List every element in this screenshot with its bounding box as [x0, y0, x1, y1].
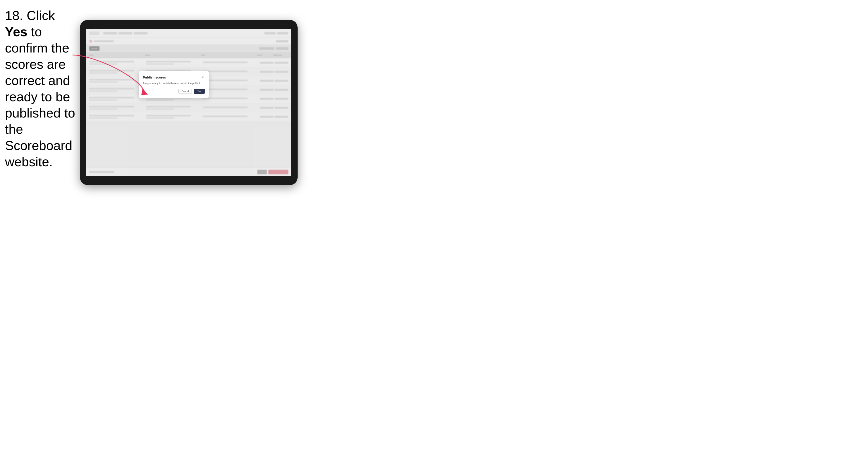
modal-overlay	[86, 29, 291, 176]
modal-body-text: Are you ready to publish these scores to…	[143, 82, 205, 85]
modal-title: Publish scores	[143, 75, 166, 79]
modal-header: Publish scores ×	[143, 75, 205, 79]
step-number: 18.	[5, 8, 23, 23]
cancel-button[interactable]: Cancel	[178, 89, 192, 94]
tablet-device: Scores Place Name Club Score Total Score	[80, 20, 298, 185]
instruction-before: Click	[23, 8, 55, 23]
instruction-text: 18. Click Yes to confirm the scores are …	[5, 7, 78, 170]
modal-close-button[interactable]: ×	[201, 75, 205, 79]
tablet-screen: Scores Place Name Club Score Total Score	[86, 29, 291, 176]
yes-button[interactable]: Yes	[194, 89, 205, 94]
instruction-after: to confirm the scores are correct and re…	[5, 25, 75, 169]
publish-scores-modal: Publish scores × Are you ready to publis…	[139, 71, 209, 98]
modal-footer: Cancel Yes	[143, 89, 205, 94]
bold-yes: Yes	[5, 25, 28, 39]
